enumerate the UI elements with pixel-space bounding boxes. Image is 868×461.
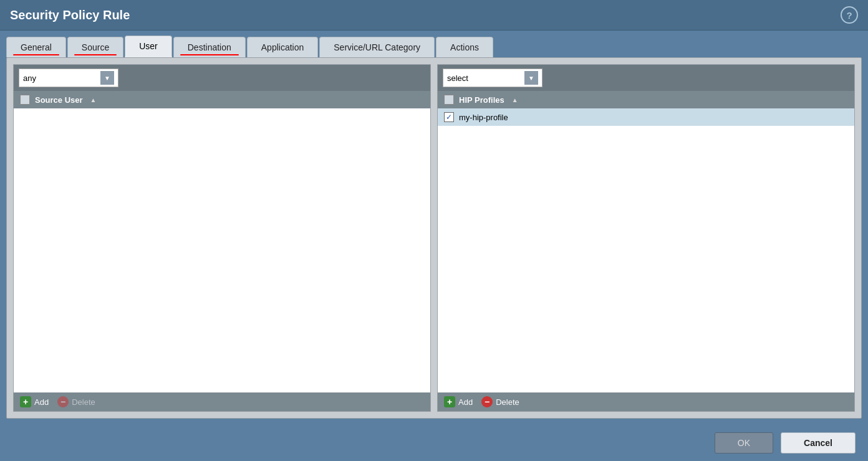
- hip-profiles-header: HIP Profiles ▲: [438, 91, 854, 108]
- add-icon: +: [20, 396, 31, 407]
- tab-actions[interactable]: Actions: [436, 37, 493, 57]
- right-dropdown-arrow[interactable]: [524, 71, 538, 85]
- main-content: any Source User ▲ + Add: [0, 57, 868, 425]
- left-dropdown-arrow[interactable]: [100, 71, 114, 85]
- source-user-header-checkbox[interactable]: [20, 95, 30, 105]
- tab-user[interactable]: User: [125, 36, 172, 57]
- list-item-label: my-hip-profile: [459, 113, 508, 122]
- delete-icon: −: [57, 396, 69, 407]
- hip-profiles-header-label: HIP Profiles: [459, 95, 504, 105]
- source-user-delete-btn[interactable]: − Delete: [57, 396, 95, 407]
- source-user-footer: + Add − Delete: [14, 392, 430, 411]
- hip-profiles-add-btn[interactable]: + Add: [444, 396, 473, 407]
- tab-general[interactable]: General: [6, 37, 66, 57]
- hip-profiles-panel: select HIP Profiles ▲ ✓my-hip-profile + …: [437, 64, 855, 412]
- source-user-panel: any Source User ▲ + Add: [13, 64, 431, 412]
- source-user-delete-label: Delete: [72, 397, 95, 407]
- tab-source[interactable]: Source: [67, 37, 123, 57]
- left-select[interactable]: any: [19, 69, 118, 87]
- title-bar: Security Policy Rule ?: [0, 0, 868, 31]
- tab-service-url[interactable]: Service/URL Category: [319, 37, 435, 57]
- ok-button[interactable]: OK: [715, 432, 773, 454]
- hip-profiles-header-checkbox[interactable]: [444, 95, 454, 105]
- source-user-body: [14, 108, 430, 392]
- help-icon[interactable]: ?: [841, 6, 858, 24]
- panel-outer: any Source User ▲ + Add: [6, 57, 862, 419]
- source-user-add-label: Add: [34, 397, 49, 407]
- list-item-checkbox[interactable]: ✓: [444, 112, 454, 122]
- source-user-header: Source User ▲: [14, 91, 430, 108]
- right-select-value: select: [447, 74, 522, 83]
- tab-application[interactable]: Application: [247, 37, 319, 57]
- hip-delete-icon: −: [481, 396, 493, 407]
- tab-destination[interactable]: Destination: [173, 37, 246, 57]
- hip-add-icon: +: [444, 396, 455, 407]
- left-select-value: any: [23, 74, 98, 83]
- hip-profiles-add-label: Add: [458, 397, 473, 407]
- hip-profiles-body: ✓my-hip-profile: [438, 108, 854, 392]
- page-title: Security Policy Rule: [10, 8, 130, 22]
- hip-profiles-sort-arrow[interactable]: ▲: [512, 97, 518, 103]
- hip-profiles-delete-btn[interactable]: − Delete: [481, 396, 519, 407]
- right-select[interactable]: select: [443, 69, 542, 87]
- panel-inner: any Source User ▲ + Add: [13, 64, 855, 412]
- hip-profiles-footer: + Add − Delete: [438, 392, 854, 411]
- hip-profiles-delete-label: Delete: [496, 397, 519, 407]
- source-user-sort-arrow[interactable]: ▲: [90, 97, 97, 103]
- cancel-button[interactable]: Cancel: [781, 432, 856, 454]
- source-user-header-label: Source User: [35, 95, 83, 105]
- right-select-bar: select: [438, 65, 854, 91]
- list-item[interactable]: ✓my-hip-profile: [438, 108, 854, 126]
- tabs-bar: GeneralSourceUserDestinationApplicationS…: [0, 31, 868, 57]
- source-user-add-btn[interactable]: + Add: [20, 396, 49, 407]
- left-select-bar: any: [14, 65, 430, 91]
- bottom-bar: OK Cancel: [0, 425, 868, 461]
